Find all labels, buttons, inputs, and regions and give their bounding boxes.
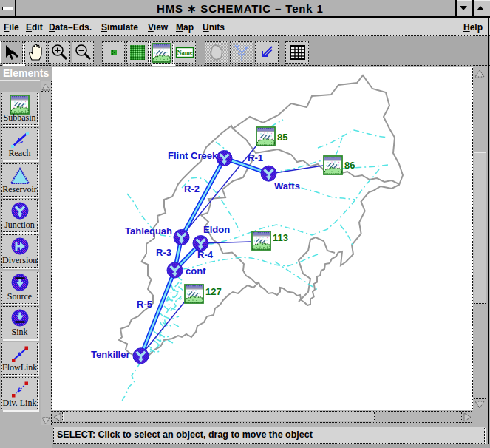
svg-text:R-1: R-1 <box>248 152 263 163</box>
svg-text:Flint Creek: Flint Creek <box>168 150 218 161</box>
svg-text:Tahlequah: Tahlequah <box>125 225 172 237</box>
svg-text:conf: conf <box>186 265 206 276</box>
svg-text:127: 127 <box>205 286 222 297</box>
svg-text:Tenkiller: Tenkiller <box>91 349 130 360</box>
svg-text:Watts: Watts <box>274 180 300 191</box>
svg-text:R-5: R-5 <box>137 299 152 310</box>
svg-text:113: 113 <box>273 232 288 243</box>
svg-text:85: 85 <box>277 132 287 143</box>
svg-text:86: 86 <box>344 160 355 171</box>
svg-text:R-3: R-3 <box>156 247 171 258</box>
svg-text:R-4: R-4 <box>197 249 214 260</box>
svg-text:Name: Name <box>177 49 192 56</box>
svg-text:Eldon: Eldon <box>203 224 230 235</box>
svg-text:R-2: R-2 <box>184 183 200 194</box>
